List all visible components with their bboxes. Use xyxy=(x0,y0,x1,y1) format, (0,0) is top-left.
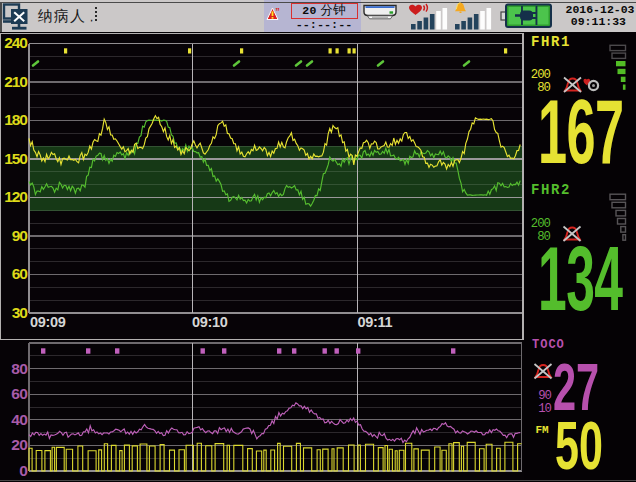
svg-text:”: ” xyxy=(275,6,280,16)
